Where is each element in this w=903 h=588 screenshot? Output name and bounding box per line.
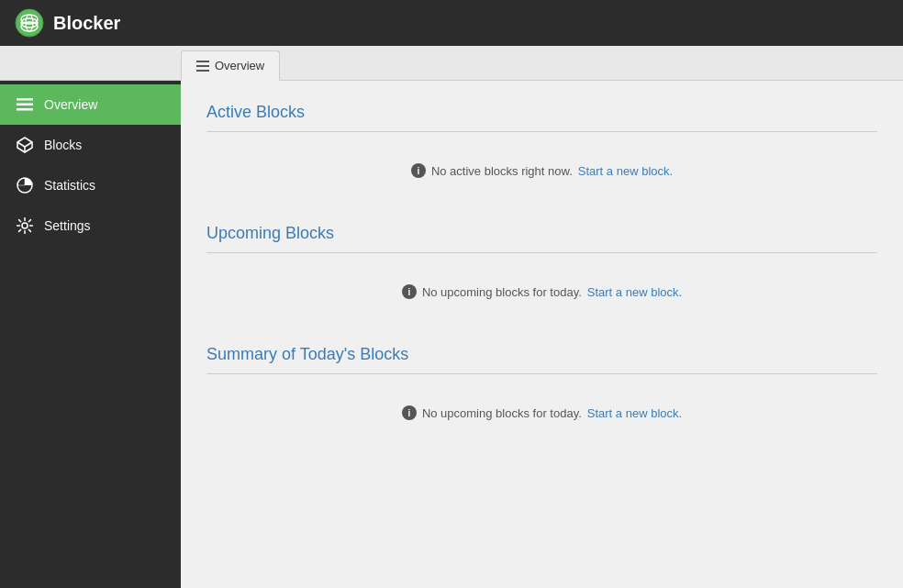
summary-text: No upcoming blocks for today. — [422, 406, 582, 420]
upcoming-blocks-text: No upcoming blocks for today. — [422, 285, 582, 299]
svg-rect-10 — [17, 104, 33, 106]
app-logo-icon — [15, 8, 44, 38]
sidebar: Overview Blocks Statistics — [0, 81, 181, 588]
settings-icon — [17, 217, 33, 234]
summary-message: i No upcoming blocks for today. Start a … — [206, 389, 877, 437]
overview-icon — [17, 96, 33, 113]
upcoming-blocks-title: Upcoming Blocks — [206, 224, 877, 243]
upcoming-blocks-section: Upcoming Blocks i No upcoming blocks for… — [206, 224, 877, 316]
active-blocks-text: No active blocks right now. — [431, 164, 573, 178]
blocks-icon — [17, 137, 33, 153]
app-title: Blocker — [53, 13, 120, 34]
tab-overview[interactable]: Overview — [181, 50, 280, 81]
sidebar-item-overview-label: Overview — [44, 97, 97, 112]
main-content: Active Blocks i No active blocks right n… — [181, 81, 903, 588]
summary-link[interactable]: Start a new block. — [587, 406, 682, 420]
sidebar-item-statistics[interactable]: Statistics — [0, 165, 181, 205]
active-blocks-info-icon: i — [411, 163, 426, 178]
upcoming-blocks-message: i No upcoming blocks for today. Start a … — [206, 268, 877, 316]
topbar: Blocker — [0, 0, 903, 46]
sidebar-item-statistics-label: Statistics — [44, 178, 95, 193]
svg-rect-6 — [196, 61, 209, 62]
svg-rect-11 — [17, 108, 33, 111]
main-layout: Overview Blocks Statistics — [0, 81, 903, 588]
logo-area: Blocker — [15, 8, 195, 38]
summary-divider — [206, 373, 877, 374]
svg-rect-7 — [196, 65, 209, 67]
sidebar-item-settings[interactable]: Settings — [0, 205, 181, 246]
active-blocks-title: Active Blocks — [206, 103, 877, 122]
svg-rect-8 — [196, 70, 209, 72]
sidebar-item-overview[interactable]: Overview — [0, 84, 181, 125]
summary-info-icon: i — [402, 405, 417, 420]
active-blocks-section: Active Blocks i No active blocks right n… — [206, 103, 877, 194]
svg-rect-9 — [17, 98, 33, 101]
tabbar: Overview — [0, 46, 903, 81]
sidebar-item-settings-label: Settings — [44, 218, 91, 233]
sidebar-item-blocks-label: Blocks — [44, 138, 82, 152]
active-blocks-link[interactable]: Start a new block. — [578, 164, 673, 178]
upcoming-blocks-info-icon: i — [402, 284, 417, 299]
statistics-icon — [17, 177, 33, 194]
svg-point-14 — [22, 223, 28, 228]
upcoming-blocks-link[interactable]: Start a new block. — [587, 285, 682, 299]
tab-overview-label: Overview — [215, 59, 264, 72]
upcoming-blocks-divider — [206, 252, 877, 253]
summary-section: Summary of Today's Blocks i No upcoming … — [206, 345, 877, 437]
active-blocks-message: i No active blocks right now. Start a ne… — [206, 147, 877, 194]
active-blocks-divider — [206, 131, 877, 132]
menu-icon — [196, 61, 209, 72]
summary-title: Summary of Today's Blocks — [206, 345, 877, 364]
sidebar-item-blocks[interactable]: Blocks — [0, 125, 181, 165]
